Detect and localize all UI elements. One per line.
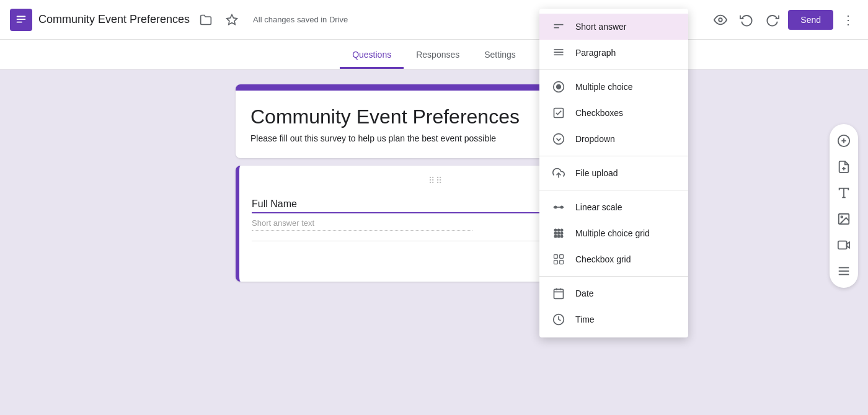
menu-item-date-label: Date (575, 288, 594, 298)
menu-item-multiple-choice-grid[interactable]: Multiple choice grid (539, 220, 688, 246)
svg-rect-17 (838, 241, 847, 249)
app-icon (10, 9, 32, 31)
svg-marker-18 (847, 242, 850, 248)
svg-point-43 (560, 235, 562, 237)
import-questions-btn[interactable] (832, 155, 856, 179)
short-answer-icon (552, 20, 565, 33)
svg-point-41 (554, 235, 556, 237)
star-icon-btn[interactable] (222, 10, 242, 30)
svg-point-40 (560, 232, 562, 234)
paragraph-icon (552, 46, 565, 60)
menu-item-checkboxes[interactable]: Checkboxes (539, 100, 688, 126)
short-answer-preview: Short answer text (252, 218, 472, 231)
menu-item-dropdown[interactable]: Dropdown (539, 126, 688, 152)
menu-item-short-answer[interactable]: Short answer (539, 14, 688, 40)
svg-point-33 (554, 206, 556, 208)
menu-item-short-answer-label: Short answer (575, 22, 626, 32)
menu-item-multiple-choice[interactable]: Multiple choice (539, 74, 688, 100)
send-button[interactable]: Send (788, 10, 833, 30)
menu-item-multiple-choice-label: Multiple choice (575, 82, 633, 92)
checkboxes-icon (552, 106, 565, 120)
menu-item-dropdown-label: Dropdown (575, 134, 615, 144)
add-question-btn[interactable] (832, 129, 856, 153)
svg-rect-1 (17, 19, 26, 20)
menu-item-linear-scale-label: Linear scale (575, 202, 622, 212)
menu-item-multiple-choice-grid-label: Multiple choice grid (575, 228, 650, 238)
more-options-btn[interactable]: ⋮ (838, 9, 858, 31)
dropdown-icon (552, 132, 565, 146)
header-right: Send ⋮ (710, 9, 858, 31)
menu-item-time-label: Time (575, 315, 595, 324)
preview-icon-btn[interactable] (710, 9, 731, 30)
add-video-btn[interactable] (832, 233, 856, 257)
main-content: Community Event Preferences Please fill … (0, 69, 868, 415)
svg-rect-48 (554, 289, 564, 298)
add-image-btn[interactable] (832, 207, 856, 231)
svg-rect-47 (560, 261, 564, 264)
menu-item-paragraph-label: Paragraph (575, 48, 616, 58)
menu-item-file-upload-label: File upload (575, 168, 618, 178)
add-section-btn[interactable] (832, 259, 856, 283)
svg-rect-46 (554, 261, 558, 264)
document-title: Community Event Preferences (38, 13, 190, 26)
menu-item-paragraph[interactable]: Paragraph (539, 40, 688, 66)
menu-divider-3 (539, 190, 688, 190)
svg-point-35 (554, 229, 556, 231)
menu-item-file-upload[interactable]: File upload (539, 160, 688, 186)
right-sidebar (830, 124, 858, 288)
multiple-choice-icon (552, 80, 565, 94)
multiple-choice-grid-icon (552, 226, 565, 240)
svg-rect-45 (560, 255, 564, 259)
menu-item-date[interactable]: Date (539, 280, 688, 306)
menu-item-checkboxes-label: Checkboxes (575, 108, 623, 118)
menu-divider-4 (539, 276, 688, 277)
svg-point-16 (841, 216, 843, 218)
svg-point-4 (719, 18, 723, 22)
svg-point-38 (554, 232, 556, 234)
tabs-bar: Questions Responses Settings (0, 40, 868, 69)
saved-status: All changes saved in Drive (253, 15, 348, 24)
header: Community Event Preferences All changes … (0, 0, 868, 40)
menu-divider-2 (539, 156, 688, 156)
svg-point-28 (557, 85, 561, 89)
menu-divider-1 (539, 69, 688, 70)
svg-point-36 (557, 229, 559, 231)
menu-item-linear-scale[interactable]: Linear scale (539, 194, 688, 220)
tab-responses[interactable]: Responses (404, 42, 472, 69)
add-title-btn[interactable] (832, 181, 856, 205)
svg-marker-3 (227, 14, 237, 24)
svg-point-42 (557, 235, 559, 237)
svg-point-39 (557, 232, 559, 234)
folder-icon-btn[interactable] (196, 10, 216, 30)
svg-rect-2 (17, 21, 22, 22)
date-icon (552, 287, 565, 300)
svg-rect-0 (17, 16, 26, 17)
linear-scale-icon (552, 200, 565, 214)
redo-icon-btn[interactable] (762, 9, 783, 30)
svg-point-34 (560, 206, 562, 208)
tab-settings[interactable]: Settings (472, 42, 528, 69)
svg-rect-44 (554, 255, 558, 259)
file-upload-icon (552, 166, 565, 180)
undo-icon-btn[interactable] (736, 9, 757, 30)
question-type-dropdown: Short answer Paragraph Multiple choice (539, 9, 688, 337)
menu-item-checkbox-grid-label: Checkbox grid (575, 254, 631, 264)
time-icon (552, 313, 565, 326)
tab-questions[interactable]: Questions (340, 42, 404, 69)
checkbox-grid-icon (552, 252, 565, 266)
svg-point-30 (554, 134, 564, 145)
menu-item-time[interactable]: Time (539, 306, 688, 332)
menu-item-checkbox-grid[interactable]: Checkbox grid (539, 246, 688, 272)
svg-point-37 (560, 229, 562, 231)
